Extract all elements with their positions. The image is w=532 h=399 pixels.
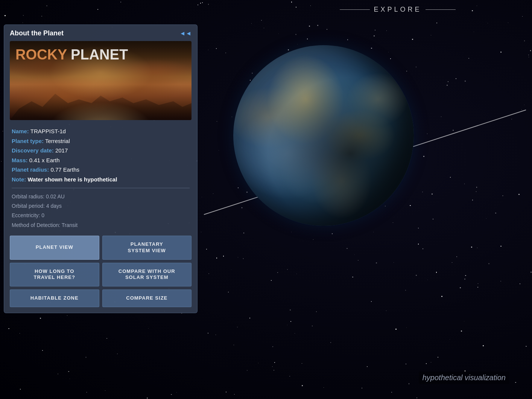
orbital-period-label: Orbital period: [12, 203, 45, 209]
note-label: Note: [12, 176, 26, 183]
explore-line-right [426, 9, 456, 10]
planet-sphere [233, 45, 414, 226]
orbital-radius-value: 0.02 AU [46, 193, 65, 200]
eccentricity-label: Eccentricity: [12, 212, 40, 218]
planet-image: ROCKY PLANET [10, 41, 192, 120]
radius-value: 0.77 Earths [50, 166, 79, 173]
note-row: Note: Water shown here is hypothetical [12, 175, 190, 184]
planet-view-button[interactable]: PLANET VIEW [10, 236, 99, 260]
planetary-system-view-button[interactable]: PLANETARYSYSTEM VIEW [102, 236, 192, 260]
rocky-planet-label: ROCKY PLANET [15, 47, 128, 63]
type-row: Planet type: Terrestrial [12, 136, 190, 146]
orbital-period-row: Orbital period: 4 days [12, 201, 190, 211]
planet-details: Name: TRAPPIST-1d Planet type: Terrestri… [4, 125, 197, 184]
orbital-radius-row: Orbital radius: 0.02 AU [12, 192, 190, 201]
collapse-button[interactable]: ◄◄ [179, 30, 192, 37]
planet-container [233, 45, 421, 233]
info-panel: About the Planet ◄◄ ROCKY PLANET Name: T… [4, 24, 198, 313]
detection-row: Method of Detection: Transit [12, 221, 190, 230]
type-value: Terrestrial [45, 138, 70, 144]
eccentricity-value: 0 [41, 212, 44, 218]
eccentricity-row: Eccentricity: 0 [12, 211, 190, 220]
discovery-label: Discovery date: [12, 147, 54, 154]
explore-header: EXPLORE [263, 6, 532, 14]
orbital-radius-label: Orbital radius: [12, 193, 44, 200]
discovery-value: 2017 [55, 147, 68, 154]
detection-label: Method of Detection: [12, 222, 60, 228]
discovery-row: Discovery date: 2017 [12, 146, 190, 155]
action-buttons-grid: PLANET VIEW PLANETARYSYSTEM VIEW HOW LON… [4, 230, 197, 307]
habitable-zone-button[interactable]: HABITABLE ZONE [10, 289, 99, 307]
explore-line-left [340, 9, 370, 10]
radius-row: Planet radius: 0.77 Earths [12, 165, 190, 175]
note-value: Water shown here is hypothetical [28, 176, 117, 183]
how-long-travel-button[interactable]: HOW LONG TOTRAVEL HERE? [10, 263, 99, 287]
explore-title: EXPLORE [374, 6, 421, 14]
radius-label: Planet radius: [12, 166, 49, 173]
panel-title: About the Planet [10, 29, 64, 37]
panel-header: About the Planet ◄◄ [4, 25, 197, 41]
name-row: Name: TRAPPIST-1d [12, 126, 190, 136]
type-label: Planet type: [12, 138, 44, 144]
mass-value: 0.41 x Earth [29, 157, 60, 163]
planet-word2: PLANET [71, 47, 128, 62]
name-label: Name: [12, 128, 29, 134]
mass-label: Mass: [12, 157, 28, 163]
detection-value: Transit [62, 222, 78, 228]
compare-solar-system-button[interactable]: COMPARE WITH OURSOLAR SYSTEM [102, 263, 192, 287]
panel-divider [12, 188, 190, 188]
hypothetical-label: hypothetical visualization [419, 372, 509, 384]
mass-row: Mass: 0.41 x Earth [12, 155, 190, 165]
orbital-details: Orbital radius: 0.02 AU Orbital period: … [4, 192, 197, 230]
rocky-word: ROCKY [15, 47, 67, 62]
compare-size-button[interactable]: COMPARE SIZE [102, 289, 192, 307]
name-value: TRAPPIST-1d [30, 128, 66, 134]
orbital-period-value: 4 days [46, 203, 62, 209]
